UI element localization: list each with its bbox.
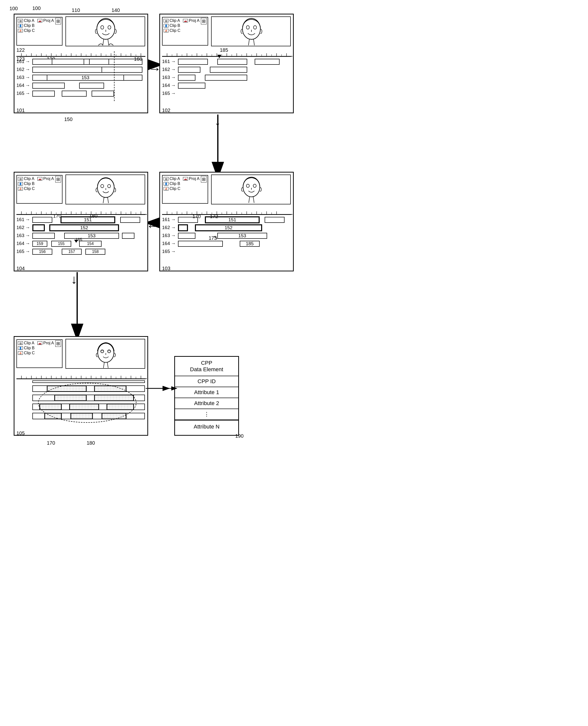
ref-159-label: 159 bbox=[37, 242, 43, 246]
clip-b-103: Clip B bbox=[170, 182, 180, 186]
nav-arrow-down-1: ↓ bbox=[215, 114, 221, 128]
nav-arrow-down-2: ↓ bbox=[71, 272, 77, 287]
clip-row-b-105: 👤 Clip B bbox=[18, 346, 61, 350]
playhead-102 bbox=[217, 55, 221, 58]
clip-list-101: ⊞ ▤ Clip A 🚗 Proj A 👤 Clip B ⛵ Clip C bbox=[17, 17, 62, 45]
cut-line-101 bbox=[114, 51, 114, 101]
ref-153-104: 153 bbox=[88, 233, 96, 238]
ci-film-105: ▤ bbox=[18, 341, 23, 345]
tr102-163-1 bbox=[178, 75, 195, 81]
tr104-164-155: 155 bbox=[51, 241, 71, 247]
ref-101: 101 bbox=[17, 107, 25, 113]
tr104-165-156: 156 bbox=[33, 249, 52, 255]
svg-point-9 bbox=[101, 26, 104, 29]
tr103-162-handle bbox=[178, 224, 188, 231]
clip-b-105: Clip B bbox=[24, 346, 35, 350]
clip-row-a-102: ▤ Clip A 🚗 Proj A bbox=[164, 18, 207, 23]
svg-line-12 bbox=[103, 39, 104, 45]
clip-icon-person-102: 👤 bbox=[164, 24, 169, 27]
clip-row-c: ⛵ Clip C bbox=[18, 28, 61, 33]
clip-b-104: Clip B bbox=[24, 182, 35, 186]
ref-152-label: 152 bbox=[225, 225, 232, 231]
clip-a-104: Clip A bbox=[24, 177, 34, 181]
track-label-164-102: 164→ bbox=[162, 83, 176, 88]
clip-row-a: ▤ Clip A 🚗 Proj A bbox=[18, 18, 61, 23]
svg-point-136 bbox=[101, 350, 104, 353]
panel-104: ⊞ ▤ Clip A 🚗 Proj A 👤 Clip B ⛵ Clip C bbox=[14, 172, 148, 271]
ci-car-105: 🚗 bbox=[37, 341, 42, 345]
clip-b-label-102: Clip B bbox=[170, 23, 180, 28]
clip-c-105: Clip C bbox=[24, 351, 35, 355]
tr103-164-185: 185 bbox=[240, 241, 260, 247]
arrow-163: → bbox=[25, 75, 30, 80]
timeline-ruler-105 bbox=[17, 374, 145, 379]
toolbar-icon-103: ⊞ bbox=[201, 176, 207, 183]
clip-c-label-102: Clip C bbox=[170, 28, 181, 33]
ref-170-104: 170 bbox=[53, 213, 61, 219]
face-sketch-103 bbox=[212, 175, 291, 204]
tr104-162-handle bbox=[33, 224, 45, 231]
clip-c-104: Clip C bbox=[24, 186, 35, 191]
proj-a-103: Proj A bbox=[189, 177, 200, 181]
ci-person-103: 👤 bbox=[164, 182, 169, 186]
svg-point-42 bbox=[247, 26, 249, 29]
ref-155-label: 155 bbox=[58, 242, 65, 246]
track-label-164-103: 164→ bbox=[162, 241, 176, 246]
tr102-161-2 bbox=[217, 59, 247, 65]
clip-icon-boat-102: ⛵ bbox=[164, 29, 169, 33]
arrow-161: → bbox=[25, 59, 30, 64]
track-label-165: 165 → bbox=[17, 91, 30, 96]
cpp-row-attr2: Attribute 2 bbox=[175, 398, 238, 409]
proj-icon: 🚗 bbox=[37, 19, 42, 22]
proj-a-104: Proj A bbox=[43, 177, 54, 181]
proj-a-label: Proj A bbox=[43, 18, 54, 23]
arrow-164: → bbox=[25, 83, 30, 88]
tr102-161-1 bbox=[178, 59, 208, 65]
ci-car-103: 🚗 bbox=[183, 177, 188, 181]
ci-boat-103: ⛵ bbox=[164, 187, 169, 190]
tr102-161-3 bbox=[255, 59, 279, 65]
svg-point-43 bbox=[253, 26, 256, 29]
svg-point-74 bbox=[247, 184, 249, 187]
tr104-162-152: 152 bbox=[49, 224, 119, 231]
cpp-row-ellipsis: ⋮ bbox=[175, 409, 238, 420]
preview-105 bbox=[65, 339, 145, 369]
tr104-163-1 bbox=[33, 233, 55, 239]
clip-list-103: ⊞ ▤ Clip A 🚗 Proj A 👤 Clip B ⛵ Clip C bbox=[162, 175, 208, 204]
tick-marks-105 bbox=[17, 374, 147, 379]
clip-row-c-103: ⛵ Clip C bbox=[164, 186, 207, 191]
track-label-164: 164 → bbox=[17, 83, 30, 88]
clip-a-label-102: Clip A bbox=[170, 18, 180, 23]
ref-180-105: 180 bbox=[87, 440, 95, 446]
ref-105: 105 bbox=[17, 431, 25, 436]
clip-icon-film-102: ▤ bbox=[164, 19, 169, 22]
panel-105: ⊞ ▤ Clip A 🚗 Proj A 👤 Clip B ⛵ Clip C bbox=[14, 336, 148, 436]
ci-car-104: 🚗 bbox=[37, 177, 42, 181]
track-row-165-bar2 bbox=[62, 91, 87, 97]
clip-b-label: Clip B bbox=[24, 23, 35, 28]
svg-line-139 bbox=[103, 362, 104, 368]
toolbar-icon-101: ⊞ bbox=[55, 18, 61, 24]
clip-icon-film: ▤ bbox=[18, 19, 23, 22]
ref-156-label: 156 bbox=[39, 249, 46, 254]
ci-person-104: 👤 bbox=[18, 182, 23, 186]
ref-157-label: 157 bbox=[68, 249, 75, 254]
ci-boat-104: ⛵ bbox=[18, 187, 23, 190]
clip-row-a-103: ▤ Clip A 🚗 Proj A bbox=[164, 177, 207, 181]
timeline-ruler-101: // ticks bbox=[17, 51, 145, 57]
face-sketch-101 bbox=[66, 17, 145, 46]
track-row-163-bar2: 153 bbox=[47, 75, 124, 81]
clip-list-102: ⊞ ▤ Clip A 🚗 Proj A 👤 Clip B ⛵ Clip C bbox=[162, 17, 208, 45]
ref-154-label: 154 bbox=[87, 242, 94, 246]
track-row-165-bar1 bbox=[33, 91, 55, 97]
nav-arrow-left: ← bbox=[146, 219, 159, 233]
track-label-165-104: 165→ bbox=[17, 249, 30, 254]
svg-point-10 bbox=[108, 26, 111, 29]
face-sketch-105 bbox=[66, 339, 145, 369]
tr103-163-153: 153 bbox=[217, 233, 267, 239]
svg-line-13 bbox=[108, 39, 109, 45]
preview-101 bbox=[65, 17, 145, 46]
cpp-title: CPP Data Element bbox=[175, 357, 238, 376]
track-row-164-bar2 bbox=[79, 83, 104, 89]
track-label-161: 161 → bbox=[17, 59, 30, 64]
